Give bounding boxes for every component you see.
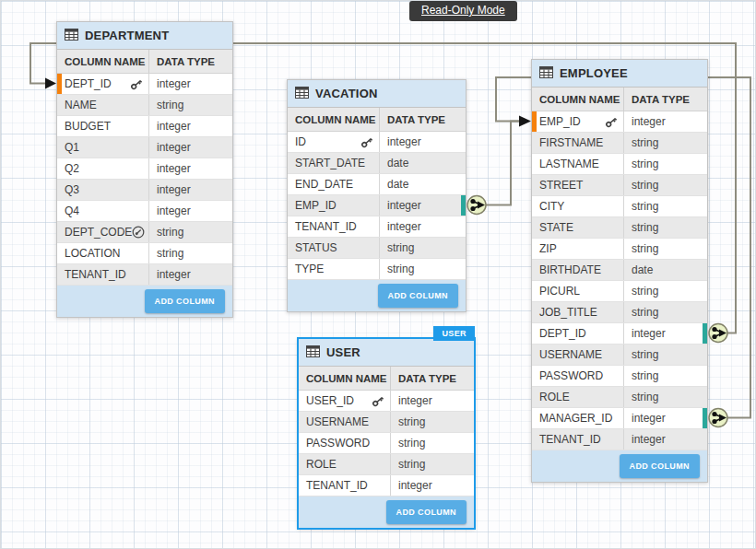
table-row[interactable]: LOCATION string [57, 243, 232, 264]
diagram-canvas[interactable]: DEPARTMENT COLUMN NAME DATA TYPE DEPT_ID… [0, 0, 756, 549]
table-row[interactable]: ID integer [288, 132, 466, 153]
table-footer: ADD COLUMN [299, 496, 474, 528]
fk-connection-marker[interactable] [703, 323, 707, 344]
table-row[interactable]: END_DATE date [288, 174, 466, 195]
table-vacation[interactable]: VACATION COLUMN NAME DATA TYPE ID intege… [287, 79, 467, 312]
table-row[interactable]: LASTNAME string [532, 154, 707, 175]
table-row[interactable]: FIRSTNAME string [532, 133, 707, 154]
column-name: LOCATION [65, 247, 120, 260]
column-name: END_DATE [295, 178, 353, 191]
table-row[interactable]: Q3 integer [57, 180, 232, 201]
table-row[interactable]: TYPE string [288, 259, 466, 280]
relation-arrowhead-department-deptid[interactable] [45, 78, 56, 89]
table-row[interactable]: USERNAME string [532, 345, 707, 366]
add-column-button[interactable]: ADD COLUMN [378, 284, 459, 308]
table-row[interactable]: EMP_ID integer [532, 111, 707, 133]
column-name: Q2 [65, 162, 79, 175]
column-name: PICURL [539, 285, 580, 298]
column-type: integer [149, 158, 232, 179]
column-type: string [380, 259, 466, 279]
add-column-button[interactable]: ADD COLUMN [620, 454, 701, 478]
pk-connection-marker[interactable] [57, 74, 62, 94]
table-user-header[interactable]: USER [299, 339, 474, 367]
table-vacation-header[interactable]: VACATION [288, 80, 466, 108]
table-department-header[interactable]: DEPARTMENT [57, 22, 232, 50]
table-grid-icon [306, 345, 320, 361]
relation-manyend-vacation-empid[interactable] [467, 196, 486, 215]
column-type: integer [380, 216, 466, 237]
table-row[interactable]: TENANT_ID integer [299, 475, 474, 496]
table-title: EMPLOYEE [560, 66, 628, 80]
column-type: integer [149, 116, 232, 136]
column-type: integer [149, 264, 232, 285]
column-headers: COLUMN NAME DATA TYPE [288, 108, 466, 132]
pk-connection-marker[interactable] [532, 111, 537, 132]
column-name: ROLE [539, 391, 570, 403]
primary-key-icon [605, 116, 618, 128]
column-type: string [624, 366, 707, 386]
table-row[interactable]: EMP_ID integer [288, 195, 466, 216]
table-row[interactable]: STATUS string [288, 238, 466, 259]
column-type: integer [624, 323, 707, 344]
column-type: string [624, 387, 707, 407]
add-column-button[interactable]: ADD COLUMN [386, 500, 467, 524]
column-type: string [624, 281, 707, 301]
column-name: EMP_ID [295, 199, 337, 212]
table-title: USER [326, 345, 360, 359]
table-row[interactable]: START_DATE date [288, 153, 466, 174]
column-type: string [391, 433, 474, 453]
table-row[interactable]: NAME string [57, 95, 232, 116]
table-row[interactable]: USER_ID integer [299, 391, 474, 412]
add-column-button[interactable]: ADD COLUMN [145, 289, 226, 313]
table-row[interactable]: ZIP string [532, 239, 707, 260]
table-row[interactable]: BIRTHDATE date [532, 260, 707, 281]
table-grid-icon [539, 65, 553, 82]
table-user[interactable]: USER USER COLUMN NAME DATA TYPE USER_ID … [298, 338, 475, 529]
column-type: date [624, 260, 707, 280]
table-row[interactable]: PASSWORD string [299, 433, 474, 454]
column-type: string [149, 243, 232, 263]
column-name-header: COLUMN NAME [532, 88, 624, 111]
table-row[interactable]: DEPT_ID integer [532, 323, 707, 345]
column-name-header: COLUMN NAME [57, 50, 149, 73]
table-row[interactable]: Q1 integer [57, 137, 232, 158]
table-row[interactable]: PICURL string [532, 281, 707, 302]
table-row[interactable]: MANAGER_ID integer [532, 408, 707, 429]
table-row[interactable]: JOB_TITLE string [532, 302, 707, 323]
table-employee-header[interactable]: EMPLOYEE [532, 60, 707, 88]
column-name: DEPT_ID [65, 77, 112, 90]
relation-manyend-employee-managerid[interactable] [709, 409, 727, 427]
column-type: integer [624, 111, 707, 132]
table-row[interactable]: STATE string [532, 217, 707, 239]
table-row[interactable]: PASSWORD string [532, 366, 707, 387]
table-row[interactable]: USERNAME string [299, 412, 474, 433]
relation-line-vacation-empid-to-employee[interactable] [477, 122, 519, 205]
primary-key-icon [130, 78, 143, 90]
table-row[interactable]: TENANT_ID integer [57, 264, 232, 286]
read-only-mode-badge: Read-Only Mode [409, 1, 517, 21]
table-row[interactable]: Q2 integer [57, 158, 232, 180]
column-name: JOB_TITLE [539, 306, 597, 319]
fk-connection-marker[interactable] [703, 408, 707, 428]
column-type: string [624, 175, 707, 195]
table-row[interactable]: CITY string [532, 196, 707, 217]
table-row[interactable]: ROLE string [299, 454, 474, 475]
table-employee[interactable]: EMPLOYEE COLUMN NAME DATA TYPE EMP_ID in… [531, 59, 708, 483]
table-row[interactable]: DEPT_ID integer [57, 74, 232, 95]
fk-connection-marker[interactable] [461, 195, 466, 216]
relation-manyend-employee-deptid[interactable] [709, 324, 727, 343]
column-name: STREET [539, 179, 583, 192]
table-row[interactable]: ROLE string [532, 387, 707, 408]
relation-arrowhead-employee-empid[interactable] [519, 116, 531, 127]
table-row[interactable]: STREET string [532, 175, 707, 196]
column-type: string [391, 412, 474, 432]
column-headers: COLUMN NAME DATA TYPE [532, 88, 707, 111]
table-row[interactable]: Q4 integer [57, 201, 232, 222]
table-row[interactable]: TENANT_ID integer [288, 216, 466, 238]
table-row[interactable]: BUDGET integer [57, 116, 232, 137]
table-row[interactable]: DEPT_CODE string [57, 222, 232, 243]
column-type: string [391, 454, 474, 474]
table-department[interactable]: DEPARTMENT COLUMN NAME DATA TYPE DEPT_ID… [56, 21, 233, 318]
table-title: DEPARTMENT [85, 29, 169, 42]
table-row[interactable]: TENANT_ID integer [532, 429, 707, 450]
